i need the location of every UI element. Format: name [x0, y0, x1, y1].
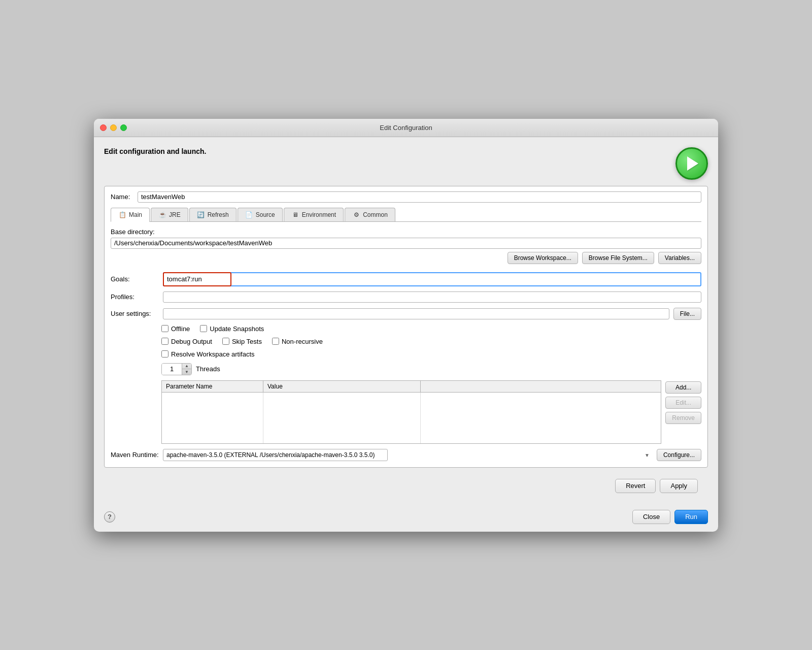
bottom-actions: Revert Apply	[104, 474, 708, 498]
config-panel: Name: 📋 Main ☕ JRE 🔄 Refresh 📄	[104, 186, 708, 468]
traffic-lights	[100, 124, 127, 131]
skip-tests-checkbox-item: Skip Tests	[222, 338, 262, 345]
user-settings-label: User settings:	[111, 310, 159, 317]
skip-tests-label: Skip Tests	[232, 338, 262, 345]
tab-source-label: Source	[256, 211, 275, 218]
profiles-input[interactable]	[163, 291, 701, 303]
add-param-button[interactable]: Add...	[665, 381, 701, 394]
base-dir-label: Base directory:	[111, 228, 701, 236]
window-content: Edit configuration and launch. Name: 📋 M…	[94, 137, 718, 506]
update-snapshots-checkbox[interactable]	[200, 325, 207, 332]
file-button[interactable]: File...	[673, 308, 701, 320]
refresh-tab-icon: 🔄	[197, 211, 205, 219]
browse-workspace-button[interactable]: Browse Workspace...	[507, 252, 578, 264]
form-section: Base directory: Browse Workspace... Brow…	[111, 228, 701, 461]
header-row: Edit configuration and launch.	[104, 147, 708, 180]
main-window: Edit Configuration Edit configuration an…	[94, 119, 718, 532]
bottom-right-buttons: Close Run	[632, 510, 708, 524]
param-table: Parameter Name Value	[161, 380, 661, 444]
tab-main-label: Main	[129, 211, 142, 218]
skip-tests-checkbox[interactable]	[222, 338, 229, 345]
threads-label: Threads	[196, 365, 220, 373]
threads-row: ▲ ▼ Threads	[161, 363, 701, 375]
tabs-bar: 📋 Main ☕ JRE 🔄 Refresh 📄 Source 🖥	[111, 208, 701, 222]
param-value-cell	[263, 393, 421, 443]
maven-runtime-select[interactable]: apache-maven-3.5.0 (EXTERNAL /Users/chen…	[163, 449, 388, 461]
common-tab-icon: ⚙	[352, 211, 360, 219]
goals-row: Goals:	[111, 272, 701, 286]
param-name-header: Parameter Name	[162, 381, 263, 392]
tab-environment-label: Environment	[302, 211, 336, 218]
browse-file-system-button[interactable]: Browse File System...	[582, 252, 654, 264]
offline-checkbox[interactable]	[161, 325, 168, 332]
title-bar: Edit Configuration	[94, 119, 718, 137]
resolve-workspace-checkbox-item: Resolve Workspace artifacts	[161, 350, 255, 358]
header-title: Edit configuration and launch.	[104, 147, 206, 155]
resolve-workspace-checkbox[interactable]	[161, 350, 168, 358]
configure-runtime-button[interactable]: Configure...	[657, 449, 701, 461]
tab-jre[interactable]: ☕ JRE	[151, 208, 188, 221]
threads-spinner: ▲ ▼	[161, 363, 192, 375]
source-tab-icon: 📄	[245, 211, 253, 219]
window-title: Edit Configuration	[380, 124, 432, 132]
tab-refresh-label: Refresh	[208, 211, 229, 218]
tab-jre-label: JRE	[169, 211, 181, 218]
profiles-row: Profiles:	[111, 291, 701, 303]
offline-label: Offline	[171, 325, 190, 333]
maximize-window-button[interactable]	[120, 124, 127, 131]
non-recursive-checkbox-item: Non-recursive	[272, 338, 323, 345]
base-directory-section: Base directory: Browse Workspace... Brow…	[111, 228, 701, 267]
checkbox-row-3: Resolve Workspace artifacts	[161, 350, 701, 358]
tab-source[interactable]: 📄 Source	[238, 208, 283, 221]
threads-input[interactable]	[162, 364, 182, 375]
main-tab-icon: 📋	[118, 211, 126, 219]
user-settings-row: User settings: File...	[111, 308, 701, 320]
tab-environment[interactable]: 🖥 Environment	[284, 208, 344, 221]
param-table-body	[162, 393, 661, 443]
close-window-button[interactable]	[100, 124, 107, 131]
update-snapshots-checkbox-item: Update Snapshots	[200, 325, 264, 333]
maven-runtime-row: Maven Runtime: apache-maven-3.5.0 (EXTER…	[111, 449, 701, 461]
non-recursive-label: Non-recursive	[282, 338, 323, 345]
name-input[interactable]	[138, 191, 701, 203]
run-launch-button[interactable]	[675, 147, 708, 180]
variables-button[interactable]: Variables...	[658, 252, 701, 264]
tab-main[interactable]: 📋 Main	[111, 208, 150, 222]
minimize-window-button[interactable]	[110, 124, 117, 131]
param-table-container: Parameter Name Value	[111, 380, 661, 444]
remove-param-button[interactable]: Remove	[665, 412, 701, 424]
run-button[interactable]: Run	[674, 510, 708, 524]
checkbox-row-2: Debug Output Skip Tests Non-recursive	[161, 338, 701, 345]
update-snapshots-label: Update Snapshots	[210, 325, 264, 333]
goals-input-wrapper	[163, 272, 701, 286]
debug-output-checkbox-item: Debug Output	[161, 338, 212, 345]
base-dir-input[interactable]	[111, 238, 701, 249]
param-rest-cell	[421, 393, 661, 443]
close-button[interactable]: Close	[632, 510, 670, 524]
revert-button[interactable]: Revert	[615, 479, 656, 493]
apply-button[interactable]: Apply	[660, 479, 698, 493]
tab-common[interactable]: ⚙ Common	[345, 208, 395, 221]
param-value-header: Value	[263, 381, 421, 392]
name-label: Name:	[111, 193, 133, 201]
debug-output-label: Debug Output	[171, 338, 212, 345]
param-name-cell	[162, 393, 263, 443]
goals-input[interactable]	[163, 272, 701, 286]
offline-checkbox-item: Offline	[161, 325, 190, 333]
name-row: Name:	[111, 191, 701, 203]
edit-param-button[interactable]: Edit...	[665, 397, 701, 409]
user-settings-input[interactable]	[163, 308, 669, 319]
debug-output-checkbox[interactable]	[161, 338, 168, 345]
window-bottom-bar: ? Close Run	[94, 506, 718, 532]
threads-down-arrow[interactable]: ▼	[182, 369, 191, 375]
checkbox-row-1: Offline Update Snapshots	[161, 325, 701, 333]
non-recursive-checkbox[interactable]	[272, 338, 279, 345]
goals-label: Goals:	[111, 275, 159, 283]
tab-common-label: Common	[363, 211, 388, 218]
jre-tab-icon: ☕	[158, 211, 166, 219]
threads-up-arrow[interactable]: ▲	[182, 364, 191, 369]
tab-refresh[interactable]: 🔄 Refresh	[189, 208, 236, 221]
profiles-label: Profiles:	[111, 293, 159, 301]
help-button[interactable]: ?	[104, 511, 115, 523]
threads-arrows: ▲ ▼	[182, 364, 191, 375]
